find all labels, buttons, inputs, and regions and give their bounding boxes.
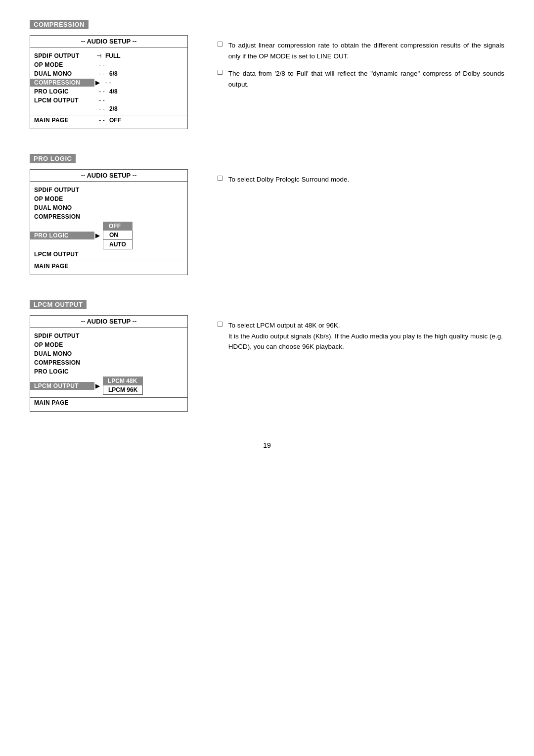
pl-row-compression: COMPRESSION (30, 212, 187, 221)
compression-arrow: ▶ (95, 79, 100, 86)
lp-row-opmode: OP MODE (30, 340, 187, 349)
pl-compression-label: COMPRESSION (30, 213, 94, 221)
lp-row-dualmono: DUAL MONO (30, 349, 187, 358)
lp-submenu-48k: LPCM 48K (103, 377, 143, 385)
pl-prologic-arrow: ▶ (95, 232, 100, 239)
pl-row-lpcm: LPCM OUTPUT (30, 250, 187, 259)
pl-opmode-label: OP MODE (30, 195, 94, 203)
pl-submenu-off: OFF (103, 222, 133, 231)
lp-mainpage-label: MAIN PAGE (30, 399, 94, 407)
lpcm-section: LPCM OUTPUT -- AUDIO SETUP -- SPDIF OUTP… (30, 300, 504, 412)
pl-row-spdif: SPDIF OUTPUT (30, 186, 187, 194)
dualmono-value: 6/8 (109, 70, 129, 77)
spdif-icon: ⊣ (96, 52, 101, 59)
pl-prologic-label: PRO LOGIC (30, 232, 94, 239)
mainpage-label: MAIN PAGE (30, 116, 94, 124)
lp-submenu-96k: LPCM 96K (103, 385, 143, 395)
lpcmoutput-dashes: - - (94, 97, 109, 104)
page-number: 19 (30, 441, 504, 449)
pl-row-mainpage: MAIN PAGE (30, 261, 187, 271)
lpcm-text-2: It is the Audio output signals (Kb/s). I… (228, 332, 503, 351)
bullet-2: □ (218, 68, 222, 77)
lpcm-title: LPCM OUTPUT (30, 300, 87, 309)
compression-text-1: To adjust linear compression rate to obt… (228, 40, 504, 61)
lp-compression-label: COMPRESSION (30, 359, 94, 367)
compression-desc-1: □ To adjust linear compression rate to o… (218, 40, 504, 61)
menu-row-spdif: SPDIF OUTPUT ⊣ FULL (30, 51, 187, 60)
lpcm-menu-area: -- AUDIO SETUP -- SPDIF OUTPUT OP MODE D… (30, 315, 198, 412)
lp-prologic-label: PRO LOGIC (30, 368, 94, 376)
pl-row-dualmono: DUAL MONO (30, 203, 187, 212)
lp-dualmono-label: DUAL MONO (30, 350, 94, 358)
prologic-row: -- AUDIO SETUP -- SPDIF OUTPUT OP MODE D… (30, 169, 504, 275)
lp-lpcm-arrow: ▶ (95, 382, 100, 389)
compression-desc: □ To adjust linear compression rate to o… (218, 35, 504, 129)
prologic-menu-box: -- AUDIO SETUP -- SPDIF OUTPUT OP MODE D… (30, 169, 188, 275)
compression-text-2: The data from '2/8 to Full' that will re… (228, 68, 504, 90)
lpcm-text-wrapper: To select LPCM output at 48K or 96K. It … (228, 320, 504, 352)
compression-desc-block: □ To adjust linear compression rate to o… (218, 40, 504, 90)
compression-row: -- AUDIO SETUP -- SPDIF OUTPUT ⊣ FULL OP… (30, 35, 504, 129)
pl-row-prologic: PRO LOGIC ▶ OFF ON AUTO (30, 221, 187, 250)
lpcm-text-1: To select LPCM output at 48K or 96K. (228, 322, 340, 329)
compression-label: COMPRESSION (30, 79, 94, 87)
lpcm-menu-body: SPDIF OUTPUT OP MODE DUAL MONO COMPRESSI… (30, 328, 187, 411)
prologic-label: PRO LOGIC (30, 88, 94, 95)
lpcm-desc: □ To select LPCM output at 48K or 96K. I… (218, 315, 504, 412)
menu-row-prologic: PRO LOGIC - - 4/8 (30, 87, 187, 96)
lp-bullet: □ (218, 320, 222, 329)
lp-row-mainpage: MAIN PAGE (30, 397, 187, 407)
menu-row-val28: - - 2/8 (30, 105, 187, 113)
spdif-value: FULL (105, 52, 121, 59)
menu-row-lpcmoutput: LPCM OUTPUT - - (30, 96, 187, 105)
lp-opmode-label: OP MODE (30, 341, 94, 349)
lp-row-lpcmoutput: LPCM OUTPUT ▶ LPCM 48K LPCM 96K (30, 376, 187, 395)
val28-dashes: - - (94, 105, 109, 112)
lp-row-spdif: SPDIF OUTPUT (30, 331, 187, 340)
val28-value: 2/8 (109, 105, 129, 112)
lpcm-desc-1: □ To select LPCM output at 48K or 96K. I… (218, 320, 504, 352)
lp-spdif-label: SPDIF OUTPUT (30, 332, 94, 340)
pl-spdif-label: SPDIF OUTPUT (30, 186, 94, 194)
menu-row-dualmono: DUAL MONO - - 6/8 (30, 69, 187, 78)
compression-dashes: - - (101, 79, 116, 86)
prologic-text-1: To select Dolby Prologic Surround mode. (228, 174, 350, 185)
prologic-menu-area: -- AUDIO SETUP -- SPDIF OUTPUT OP MODE D… (30, 169, 198, 275)
prologic-menu-title: -- AUDIO SETUP -- (30, 170, 187, 182)
pl-submenu-on: ON (103, 231, 133, 240)
val28-spacer (30, 108, 94, 109)
prologic-title: PRO LOGIC (30, 154, 76, 163)
opmode-dashes: - - (94, 61, 109, 68)
pl-submenu: OFF ON AUTO (103, 222, 133, 249)
bullet-1: □ (218, 40, 222, 48)
lpcmoutput-label: LPCM OUTPUT (30, 96, 94, 104)
pl-submenu-auto: AUTO (103, 240, 133, 249)
lp-lpcm-label: LPCM OUTPUT (30, 382, 94, 390)
pl-bullet: □ (218, 174, 222, 183)
dualmono-label: DUAL MONO (30, 70, 94, 78)
compression-menu-box: -- AUDIO SETUP -- SPDIF OUTPUT ⊣ FULL OP… (30, 35, 188, 129)
prologic-desc-1: □ To select Dolby Prologic Surround mode… (218, 174, 504, 185)
compression-menu-area: -- AUDIO SETUP -- SPDIF OUTPUT ⊣ FULL OP… (30, 35, 198, 129)
menu-row-mainpage: MAIN PAGE - - OFF (30, 115, 187, 125)
lp-row-prologic: PRO LOGIC (30, 367, 187, 376)
compression-menu-body: SPDIF OUTPUT ⊣ FULL OP MODE - - DUAL MON… (30, 47, 187, 129)
prologic-menu-body: SPDIF OUTPUT OP MODE DUAL MONO COMPRESSI… (30, 182, 187, 275)
prologic-section: PRO LOGIC -- AUDIO SETUP -- SPDIF OUTPUT… (30, 154, 504, 275)
lpcm-menu-box: -- AUDIO SETUP -- SPDIF OUTPUT OP MODE D… (30, 315, 188, 412)
menu-row-opmode: OP MODE - - (30, 60, 187, 69)
pl-row-opmode: OP MODE (30, 194, 187, 203)
prologic-value: 4/8 (109, 88, 129, 95)
mainpage-value: OFF (109, 117, 129, 124)
dualmono-dashes: - - (94, 70, 109, 77)
lpcm-menu-title: -- AUDIO SETUP -- (30, 316, 187, 328)
lp-row-compression: COMPRESSION (30, 358, 187, 367)
prologic-dashes: - - (94, 88, 109, 95)
prologic-desc-block: □ To select Dolby Prologic Surround mode… (218, 174, 504, 185)
spdif-label: SPDIF OUTPUT (30, 52, 94, 60)
compression-section: COMPRESSION -- AUDIO SETUP -- SPDIF OUTP… (30, 20, 504, 129)
compression-menu-title: -- AUDIO SETUP -- (30, 36, 187, 47)
compression-title: COMPRESSION (30, 20, 89, 29)
pl-mainpage-label: MAIN PAGE (30, 262, 94, 270)
mainpage-dashes: - - (94, 117, 109, 124)
